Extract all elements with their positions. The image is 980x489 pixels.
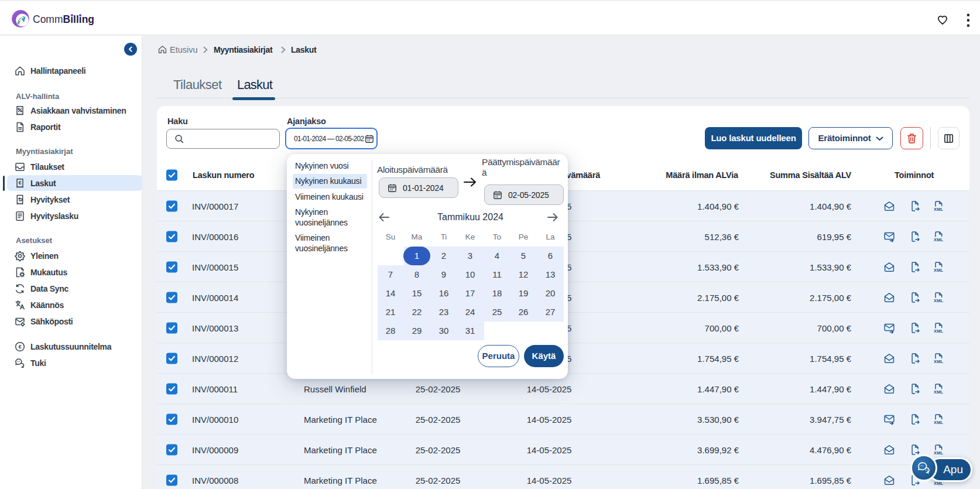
svg-text:XML: XML [934,268,943,273]
svg-text:€: € [19,179,22,186]
svg-text:XML: XML [934,207,943,212]
svg-text:XML: XML [934,298,943,303]
svg-text:XML: XML [934,329,943,334]
svg-text:XML: XML [934,450,943,456]
svg-text:XML: XML [934,420,943,425]
svg-text:€: € [19,343,22,350]
svg-text:XML: XML [934,389,943,395]
svg-text:XML: XML [934,237,943,242]
svg-text:XML: XML [934,359,943,364]
